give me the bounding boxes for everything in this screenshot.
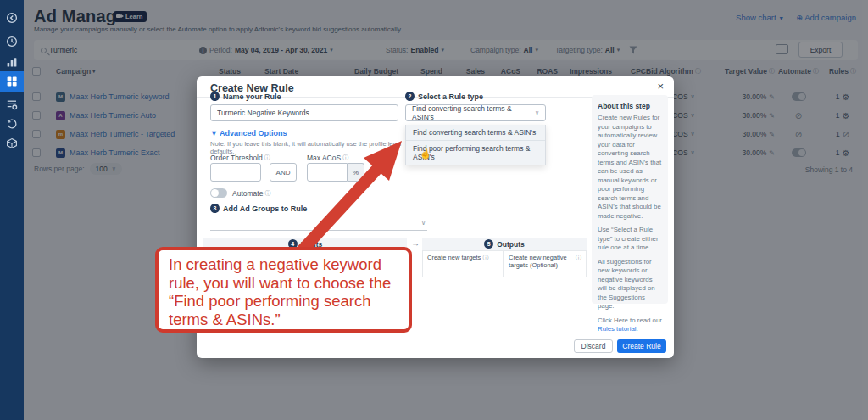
info-icon: ⓘ: [482, 254, 488, 274]
rule-type-select[interactable]: Find converting search terms & ASIN's∨: [405, 104, 546, 121]
step5-header: 5 Outputs: [422, 238, 587, 250]
back-icon[interactable]: [0, 7, 24, 29]
rules-tutorial-link[interactable]: Rules tutorial.: [598, 325, 638, 333]
package-icon[interactable]: [0, 132, 24, 154]
option-find-converting[interactable]: Find converting search terms & ASIN's: [406, 125, 545, 141]
info-icon: ⓘ: [264, 189, 270, 198]
about-paragraph: Click Here to read our Rules tutorial.: [598, 316, 662, 334]
about-title: About this step: [598, 102, 662, 110]
close-icon[interactable]: ×: [657, 80, 664, 92]
sidebar: [0, 0, 24, 420]
order-threshold-label: Order Thresholdⓘ: [210, 154, 270, 162]
about-panel: About this step Create new Rules for you…: [592, 95, 668, 304]
output-create-negative-targets: Create new negative targets (Optional)ⓘ: [504, 250, 587, 277]
max-acos-label: Max ACoSⓘ: [307, 154, 348, 162]
divider: [197, 333, 674, 333]
arrow-right-icon: →: [411, 238, 420, 248]
create-rule-button[interactable]: Create Rule: [617, 339, 666, 353]
output-create-targets: Create new targetsⓘ: [422, 250, 504, 277]
rule-name-input[interactable]: [210, 104, 398, 121]
and-connector: AND: [270, 163, 297, 182]
percent-suffix: %: [348, 163, 364, 182]
about-paragraph: All suggestions for new keywords or nega…: [598, 258, 662, 311]
max-acos-input[interactable]: [307, 163, 348, 182]
chevron-down-icon: ∨: [421, 220, 426, 227]
info-icon: ⓘ: [264, 154, 270, 162]
order-threshold-input[interactable]: [210, 163, 261, 182]
ad-groups-select[interactable]: ∨: [210, 216, 427, 231]
grid-icon[interactable]: [0, 71, 24, 92]
discard-button[interactable]: Discard: [574, 339, 613, 353]
info-icon: ⓘ: [342, 154, 348, 162]
chevron-down-icon: ∨: [535, 109, 539, 116]
about-paragraph: Use “Select a Rule type” to create eithe…: [598, 226, 662, 253]
automate-label: Automateⓘ: [232, 189, 270, 198]
about-paragraph: Create new Rules for your campaigns to a…: [598, 114, 662, 221]
annotation-callout: In creating a negative keyword rule, you…: [155, 247, 412, 333]
step2-label: 2 Select a Rule type: [405, 92, 483, 101]
step1-label: 1 Name your Rule: [210, 92, 281, 101]
step3-label: 3 Add Ad Groups to Rule: [210, 204, 307, 213]
clock-icon[interactable]: [0, 31, 24, 53]
chart-icon[interactable]: [0, 51, 24, 73]
automate-toggle[interactable]: [210, 188, 227, 198]
info-icon: ⓘ: [576, 254, 581, 274]
advanced-options-toggle[interactable]: ▼ Advanced Options: [210, 129, 287, 137]
app-window: Ad Manager Learn Manage your campaigns m…: [0, 0, 868, 420]
